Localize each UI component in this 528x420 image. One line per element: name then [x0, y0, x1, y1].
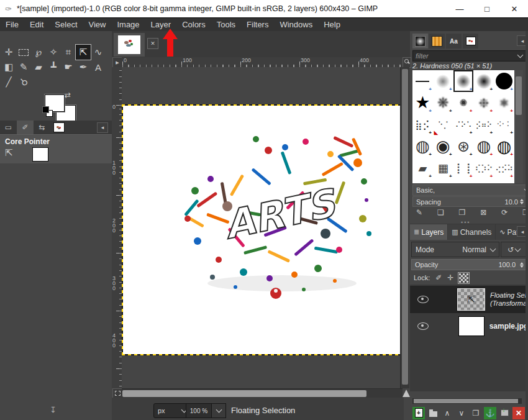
brush-preview[interactable]: ◉+ [433, 135, 453, 157]
brush-preview[interactable]: ★+ [412, 92, 433, 114]
brush-preview[interactable]: ⊛+ [453, 135, 474, 157]
brush-preview[interactable]: ⎯⎯ [412, 179, 433, 183]
brush-grid-scrollbar[interactable] [514, 70, 523, 183]
tab-image-thumbnail[interactable] [50, 121, 67, 134]
brush-spacing-slider[interactable]: Spacing 10.0 [412, 196, 527, 207]
horizontal-scrollbar[interactable] [122, 388, 403, 398]
refresh-brushes-button[interactable]: ⟳ [501, 208, 508, 219]
new-brush-button[interactable]: ❏ [437, 208, 444, 219]
color-picker-tool-icon[interactable]: ╱ [1, 75, 16, 89]
layer-thumbnail[interactable] [458, 316, 485, 336]
layers-scrollbar[interactable] [412, 398, 522, 404]
menu-select[interactable]: Select [49, 20, 83, 29]
brush-preview[interactable]: ❉+ [473, 92, 494, 114]
brush-preview-selected[interactable]: + [453, 70, 474, 92]
menu-colors[interactable]: Colors [176, 20, 211, 29]
image-menu-button[interactable]: ▶ [112, 57, 122, 68]
brush-preview[interactable]: + [473, 70, 494, 92]
tab-device-status[interactable]: ✐ [17, 121, 34, 134]
lock-alpha-icon[interactable] [459, 273, 468, 283]
chevron-down-icon[interactable] [517, 52, 524, 58]
visibility-eye-icon[interactable] [417, 322, 429, 330]
merge-down-button[interactable] [498, 407, 511, 419]
crop-tool-icon[interactable]: ⌗ [61, 45, 76, 60]
quick-mask-toggle[interactable] [112, 388, 122, 398]
brush-preview[interactable]: ⣀⣀ [433, 179, 453, 183]
menu-filters[interactable]: Filters [241, 20, 274, 29]
navigation-preview-button[interactable] [403, 390, 410, 397]
layer-row-sample-jpg[interactable]: sample.jpg [410, 313, 528, 339]
vertical-scrollbar[interactable] [400, 67, 409, 388]
rectangle-select-tool-icon[interactable] [16, 45, 31, 60]
save-device-status-icon[interactable]: ↧ [50, 405, 57, 414]
layer-row-floating-selection[interactable]: ⇱ Floating Selection (Transformation) [410, 286, 528, 313]
close-button[interactable]: ✕ [501, 0, 528, 17]
brush-preview[interactable]: ⡪⠶⠕+ [473, 114, 494, 135]
brush-preview[interactable]: ⡇⢸+ [453, 157, 474, 179]
tab-brushes[interactable] [412, 34, 428, 48]
layer-mode-switch-button[interactable]: ↺ [501, 242, 527, 257]
new-layer-group-button[interactable] [427, 407, 439, 419]
image-tab-close-icon[interactable]: ✕ [147, 38, 158, 49]
brush-preview[interactable]: ▦+ [433, 157, 453, 179]
menu-layer[interactable]: Layer [145, 20, 177, 29]
brush-preview[interactable]: ◍+ [412, 135, 433, 157]
brush-preview[interactable]: ⎯⎯ [453, 179, 474, 183]
canvas-viewport[interactable]: ARTS [122, 67, 400, 388]
lock-paint-icon[interactable]: ✐ [435, 273, 442, 282]
bucket-fill-tool-icon[interactable]: ◧ [1, 60, 16, 75]
brush-preview[interactable]: ⠌⠕⠡+ [453, 114, 474, 135]
zoom-tool-icon[interactable]: ⚲ [16, 75, 31, 89]
menu-help[interactable]: Help [318, 20, 346, 29]
zoom-follow-window-toggle[interactable] [403, 57, 411, 68]
delete-layer-button[interactable]: ✕ [512, 407, 525, 419]
menu-windows[interactable]: Windows [274, 20, 318, 29]
brush-preview[interactable]: ✱+ [494, 92, 514, 114]
tab-patterns[interactable] [429, 34, 445, 48]
clone-tool-icon[interactable]: ┻ [46, 60, 61, 75]
ink-tool-icon[interactable]: ✒ [76, 60, 91, 75]
menu-tools[interactable]: Tools [211, 20, 241, 29]
anchor-layer-button[interactable]: ⚓ [484, 407, 496, 419]
duplicate-brush-button[interactable]: ❐ [459, 208, 466, 219]
smudge-tool-icon[interactable]: ☛ [61, 60, 76, 75]
layer-opacity-slider[interactable]: Opacity 100.0 [411, 259, 527, 270]
duplicate-layer-button[interactable]: ❐ [470, 407, 482, 419]
fuzzy-select-tool-icon[interactable]: ✧ [46, 45, 61, 60]
brush-preview[interactable]: ⠪⠂⠅+ [494, 114, 514, 135]
new-layer-button[interactable]: + [412, 407, 425, 419]
free-select-tool-icon[interactable]: ℘ [31, 45, 46, 60]
brush-group-dropdown[interactable]: Basic, [412, 185, 528, 196]
brush-preview[interactable]: + [433, 70, 453, 92]
visibility-eye-icon[interactable] [417, 296, 429, 303]
brush-filter-input[interactable] [413, 52, 518, 60]
delete-brush-button[interactable]: ⊠ [480, 208, 486, 219]
tab-undo-history[interactable]: ⇆ [34, 121, 50, 134]
brush-preview[interactable]: ⣿⡆ [494, 179, 514, 183]
warp-transform-tool-icon[interactable]: ∿ [91, 45, 106, 60]
brush-preview[interactable]: ◍+ [494, 135, 514, 157]
minimize-button[interactable]: — [446, 0, 473, 17]
tab-layers[interactable]: ≣ Layers [410, 224, 447, 240]
unified-transform-tool-icon[interactable]: ⇱ [76, 45, 91, 60]
unit-dropdown[interactable]: px [153, 403, 191, 418]
paintbrush-tool-icon[interactable]: ✎ [16, 60, 31, 75]
image-tab[interactable] [114, 33, 145, 57]
brush-preview[interactable]: ❋+ [433, 92, 453, 114]
raise-layer-button[interactable]: ∧ [441, 407, 453, 419]
brush-preview[interactable]: ⣶⣄ [473, 179, 494, 183]
brush-preview[interactable]: + [412, 70, 433, 92]
brush-preview[interactable]: ⣷⡪+ [412, 114, 433, 135]
zoom-dropdown-button[interactable] [211, 403, 226, 418]
menu-image[interactable]: Image [111, 20, 145, 29]
edit-brush-button[interactable]: ✎ [416, 208, 422, 219]
tab-fonts[interactable]: Aa [446, 34, 462, 48]
move-tool-icon[interactable]: ✛ [1, 45, 16, 60]
brush-preview[interactable]: ⢔⡪⠵+ [494, 157, 514, 179]
default-colors-black-icon[interactable] [42, 106, 49, 113]
text-tool-icon[interactable]: A [91, 60, 106, 75]
brush-preview[interactable]: ⢎⡱⠕+ [473, 157, 494, 179]
swap-colors-icon[interactable]: ⇄ [65, 91, 71, 99]
brush-preview[interactable]: ◍+ [473, 135, 494, 157]
brush-preview[interactable]: + [494, 70, 514, 92]
